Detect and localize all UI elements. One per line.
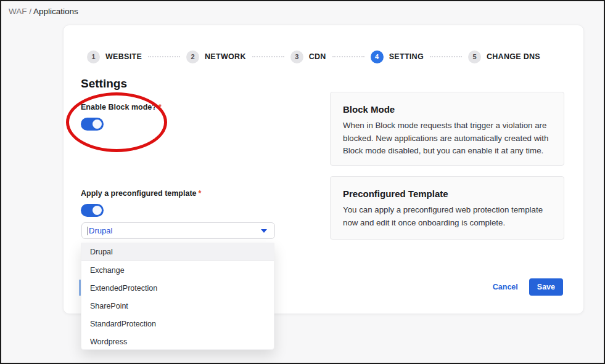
save-button[interactable]: Save: [529, 278, 563, 296]
step-website[interactable]: 1 WEBSITE: [87, 51, 142, 63]
template-select[interactable]: Drupal: [81, 222, 275, 239]
required-asterisk: *: [158, 103, 162, 111]
preconfigured-template-info-box: Preconfigured Template You can apply a p…: [330, 176, 564, 240]
dropdown-option-wordpress[interactable]: Wordpress: [81, 333, 274, 350]
wizard-stepper: 1 WEBSITE 2 NETWORK 3 CDN 4 SETTING 5 CH…: [87, 50, 540, 63]
dropdown-option-extendedprotection[interactable]: ExtendedProtection: [81, 279, 274, 297]
step-number-badge: 5: [468, 51, 481, 63]
breadcrumb-current-applications: Applications: [33, 7, 78, 16]
step-connector: [430, 56, 462, 57]
step-label: SETTING: [389, 52, 424, 61]
template-select-value: Drupal: [89, 226, 112, 235]
template-label: Apply a preconfigured template*: [81, 189, 201, 198]
toggle-knob: [93, 119, 102, 129]
step-number-badge: 2: [186, 51, 199, 63]
dropdown-option-exchange[interactable]: Exchange: [81, 261, 274, 279]
step-label: CHANGE DNS: [487, 52, 540, 61]
info-box-body: When in Block mode requests that trigger…: [343, 119, 551, 158]
template-dropdown: Drupal Exchange ExtendedProtection Share…: [81, 243, 274, 350]
step-label: CDN: [309, 52, 326, 61]
step-network[interactable]: 2 NETWORK: [186, 51, 246, 63]
breadcrumb: WAF / Applications: [9, 7, 78, 16]
step-label: WEBSITE: [105, 52, 142, 61]
page-title: Settings: [81, 77, 127, 91]
step-change-dns[interactable]: 5 CHANGE DNS: [468, 51, 540, 63]
step-cdn[interactable]: 3 CDN: [290, 51, 326, 63]
chevron-down-icon: [261, 229, 267, 233]
breadcrumb-section-waf[interactable]: WAF: [9, 7, 27, 16]
step-connector: [148, 56, 180, 57]
app-window: WAF / Applications 1 WEBSITE 2 NETWORK 3…: [0, 0, 605, 364]
step-number-badge: 1: [87, 51, 100, 63]
step-setting-active[interactable]: 4 SETTING: [371, 51, 424, 63]
dropdown-option-sharepoint[interactable]: SharePoint: [81, 297, 274, 315]
dropdown-option-standardprotection[interactable]: StandardProtection: [81, 315, 274, 333]
template-toggle[interactable]: [81, 204, 104, 217]
toggle-knob: [93, 206, 102, 215]
block-mode-info-box: Block Mode When in Block mode requests t…: [330, 92, 564, 166]
block-mode-toggle[interactable]: [81, 118, 104, 131]
block-mode-label: Enable Block mode?*: [81, 103, 162, 111]
step-connector: [332, 56, 364, 57]
cancel-button[interactable]: Cancel: [493, 283, 518, 291]
form-footer: Cancel Save: [493, 278, 563, 296]
dropdown-option-drupal[interactable]: Drupal: [81, 243, 274, 261]
info-box-title: Block Mode: [343, 104, 551, 115]
text-cursor: [88, 227, 88, 235]
step-label: NETWORK: [205, 52, 246, 61]
info-box-body: You can apply a preconfigured web protec…: [343, 204, 551, 229]
required-asterisk: *: [199, 189, 202, 198]
step-number-badge: 3: [290, 51, 303, 63]
step-number-badge: 4: [371, 51, 384, 63]
step-connector: [252, 56, 284, 57]
info-box-title: Preconfigured Template: [343, 188, 551, 199]
